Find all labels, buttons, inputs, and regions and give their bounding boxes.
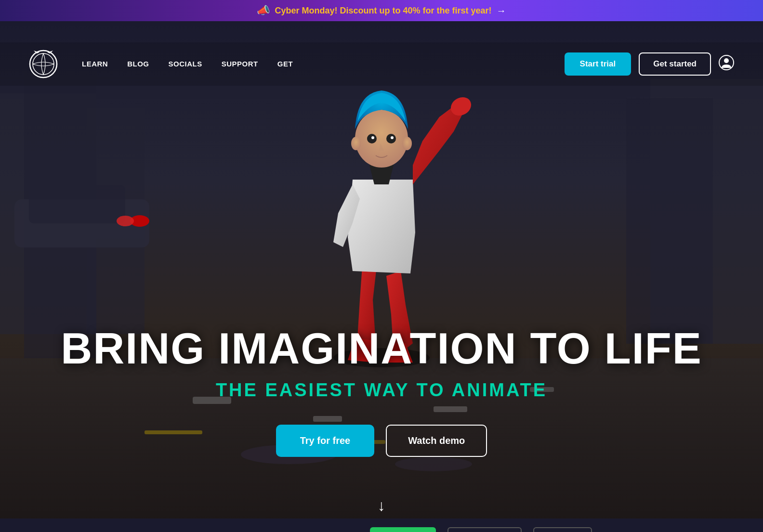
- character-svg: [290, 54, 473, 367]
- hero-subtitle: THE EASIEST WAY TO ANIMATE: [0, 380, 763, 401]
- announcement-arrow[interactable]: →: [497, 5, 506, 16]
- announcement-text: Cyber Monday! Discount up to 40% for the…: [275, 6, 491, 16]
- nav-learn[interactable]: LEARN: [82, 60, 108, 68]
- megaphone-icon: 📣: [257, 4, 270, 17]
- try-for-free-button[interactable]: Try for free: [276, 425, 374, 457]
- start-trial-button[interactable]: Start trial: [565, 52, 631, 76]
- navbar-left: LEARN BLOG SOCIALS SUPPORT GET: [29, 50, 293, 78]
- announcement-banner: 📣 Cyber Monday! Discount up to 40% for t…: [0, 0, 763, 21]
- svg-point-20: [30, 51, 57, 78]
- watch-demo-button[interactable]: Watch demo: [386, 425, 487, 457]
- personalize-cookies-button[interactable]: Personalize: [533, 527, 592, 532]
- navbar-right: Start trial Get started: [565, 52, 734, 76]
- scroll-down-arrow[interactable]: ↓: [378, 497, 385, 515]
- deny-cookies-button[interactable]: Deny all cookies: [447, 527, 522, 532]
- user-account-icon[interactable]: [719, 55, 734, 74]
- nav-support[interactable]: SUPPORT: [222, 60, 258, 68]
- get-started-button[interactable]: Get started: [639, 52, 711, 76]
- navbar: LEARN BLOG SOCIALS SUPPORT GET Start tri…: [0, 42, 763, 86]
- svg-point-21: [33, 53, 54, 75]
- hero-title: BRING IMAGINATION TO LIFE: [0, 327, 763, 370]
- svg-point-31: [371, 136, 374, 139]
- svg-point-32: [391, 136, 394, 139]
- svg-point-25: [724, 58, 729, 63]
- nav-socials[interactable]: SOCIALS: [169, 60, 202, 68]
- nav-blog[interactable]: BLOG: [127, 60, 149, 68]
- hero-section: LEARN BLOG SOCIALS SUPPORT GET Start tri…: [0, 21, 763, 532]
- hero-buttons: Try for free Watch demo: [0, 425, 763, 457]
- hero-content: BRING IMAGINATION TO LIFE THE EASIEST WA…: [0, 327, 763, 457]
- cookie-banner: This site uses cookies and gives you con…: [0, 519, 763, 532]
- svg-point-34: [402, 137, 412, 150]
- logo[interactable]: [29, 50, 58, 78]
- nav-links: LEARN BLOG SOCIALS SUPPORT GET: [82, 60, 293, 68]
- svg-point-33: [351, 137, 361, 150]
- accept-cookies-button[interactable]: OK, accept all: [370, 527, 436, 532]
- svg-point-28: [355, 110, 408, 168]
- nav-get[interactable]: GET: [277, 60, 293, 68]
